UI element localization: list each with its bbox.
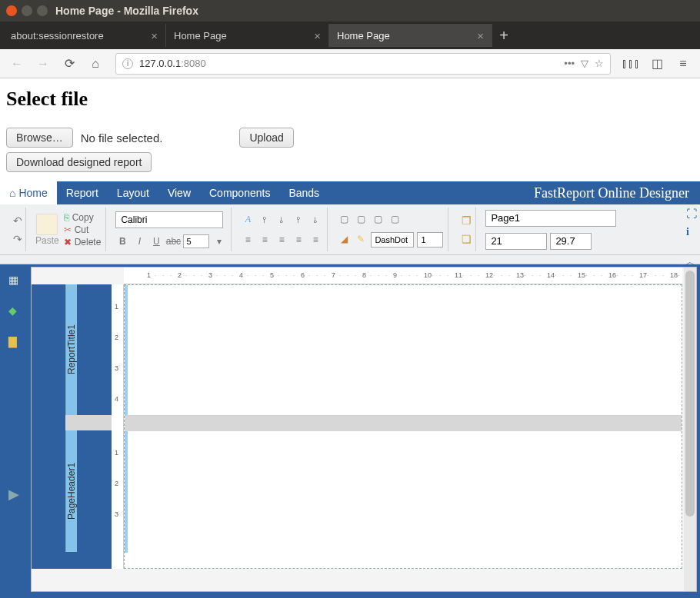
url-bar[interactable]: i 127.0.0.1:8080 ••• ▽ ☆ xyxy=(115,53,611,75)
designer-toolbar: ↶ ↷ Paste ⎘Copy ✂Cut ✖Delete B I U abc ▾… xyxy=(0,204,700,255)
align-top-icon[interactable]: ⫯ xyxy=(258,213,272,227)
italic-icon[interactable]: I xyxy=(132,234,146,248)
info-icon[interactable]: i xyxy=(686,226,697,238)
format-a-icon[interactable]: A xyxy=(241,213,255,227)
url-host: 127.0.0.1 xyxy=(139,58,181,69)
font-family-select[interactable] xyxy=(115,211,223,228)
design-canvas[interactable] xyxy=(124,284,682,569)
tab-close-icon[interactable]: × xyxy=(477,29,484,42)
home-icon[interactable]: ⌂ xyxy=(85,53,106,75)
designer-menu: ⌂Home Report Layout View Components Band… xyxy=(0,181,700,204)
align-bottom-icon[interactable]: ⫯ xyxy=(292,213,305,227)
border-3-icon[interactable]: ▢ xyxy=(371,212,385,226)
bookmark-icon[interactable]: ☆ xyxy=(595,58,604,69)
clipboard-icon xyxy=(36,214,58,235)
menu-icon[interactable]: ≡ xyxy=(672,53,694,75)
page-name-input[interactable] xyxy=(485,210,616,227)
browser-tab[interactable]: about:sessionrestore × xyxy=(3,24,166,47)
page-height-input[interactable] xyxy=(550,233,592,250)
file-status: No file selected. xyxy=(81,131,163,145)
tab-label: about:sessionrestore xyxy=(11,30,104,42)
page-heading: Select file xyxy=(6,88,694,111)
tab-label: Home Page xyxy=(174,30,227,42)
delete-icon: ✖ xyxy=(64,237,72,248)
paste-button[interactable]: Paste xyxy=(35,214,59,246)
canvas-band-header[interactable] xyxy=(125,431,682,553)
page-width-input[interactable] xyxy=(485,233,547,250)
undo-icon[interactable]: ↶ xyxy=(9,212,26,229)
delete-button[interactable]: ✖Delete xyxy=(64,237,102,248)
designer-surface: ▦ ◆ ▇ ▶ 1···2···3···4···5···6···7···8···… xyxy=(0,264,700,592)
pocket-icon[interactable]: ▽ xyxy=(581,58,588,69)
fill-icon[interactable]: ◢ xyxy=(337,232,351,246)
menu-home[interactable]: ⌂Home xyxy=(0,181,57,204)
menu-components[interactable]: Components xyxy=(200,181,279,204)
cut-button[interactable]: ✂Cut xyxy=(64,224,102,235)
layer-back-icon[interactable]: ❏ xyxy=(458,231,475,248)
page-actions-icon[interactable]: ••• xyxy=(564,58,575,69)
scissors-icon: ✂ xyxy=(64,224,72,235)
line-width-select[interactable] xyxy=(417,232,443,248)
band-gap xyxy=(65,415,112,430)
browser-tab-active[interactable]: Home Page × xyxy=(329,24,492,47)
window-titlebar: Home Page - Mozilla Firefox xyxy=(0,0,700,22)
line-style-select[interactable] xyxy=(371,232,414,248)
site-info-icon[interactable]: i xyxy=(122,58,133,69)
window-close-icon[interactable] xyxy=(6,5,17,16)
library-icon[interactable]: ⫿⫿⫿ xyxy=(620,53,642,75)
window-maximize-icon[interactable] xyxy=(37,5,48,16)
horizontal-ruler: 1···2···3···4···5···6···7···8···9···10··… xyxy=(124,267,682,284)
forward-icon[interactable]: → xyxy=(32,53,54,75)
chevron-down-icon[interactable]: ▾ xyxy=(212,234,226,248)
fullscreen-icon[interactable]: ⛶ xyxy=(686,208,697,220)
border-2-icon[interactable]: ▢ xyxy=(354,212,368,226)
tab-close-icon[interactable]: × xyxy=(151,29,158,42)
menu-report[interactable]: Report xyxy=(57,181,108,204)
layer-front-icon[interactable]: ❐ xyxy=(458,212,475,229)
menu-bands[interactable]: Bands xyxy=(279,181,328,204)
band-reporttitle[interactable]: ReportTitle1 xyxy=(65,284,77,415)
copy-button[interactable]: ⎘Copy xyxy=(64,212,102,223)
upload-button[interactable]: Upload xyxy=(239,128,293,148)
scrollbar-thumb[interactable] xyxy=(685,271,695,517)
window-minimize-icon[interactable] xyxy=(22,5,32,16)
bold-icon[interactable]: B xyxy=(115,234,129,248)
tab-close-icon[interactable]: × xyxy=(314,29,321,42)
align-right-icon[interactable]: ≡ xyxy=(275,233,288,247)
vertical-scrollbar[interactable] xyxy=(684,267,696,591)
sidebar-icon[interactable]: ◫ xyxy=(646,53,668,75)
tool-green-icon[interactable]: ◆ xyxy=(8,304,22,318)
play-icon[interactable]: ▶ xyxy=(8,486,22,500)
strike-icon[interactable]: abc xyxy=(166,234,180,248)
border-1-icon[interactable]: ▢ xyxy=(337,212,351,226)
highlight-icon[interactable]: ✎ xyxy=(354,232,368,246)
back-icon[interactable]: ← xyxy=(6,53,28,75)
align-center-icon[interactable]: ≡ xyxy=(258,233,272,247)
tool-note-icon[interactable]: ▇ xyxy=(8,335,22,349)
tool-grid-icon[interactable]: ▦ xyxy=(8,274,22,287)
browser-tab[interactable]: Home Page × xyxy=(166,24,329,47)
new-tab-button[interactable]: + xyxy=(492,27,515,45)
align-justify-icon[interactable]: ≡ xyxy=(292,233,305,247)
left-toolbox: ▦ ◆ ▇ ▶ xyxy=(0,264,31,592)
download-report-button[interactable]: Download designed report xyxy=(6,152,152,172)
band-labels-column: ReportTitle1 PageHeader1 xyxy=(32,284,112,569)
underline-icon[interactable]: U xyxy=(149,234,163,248)
canvas-gap xyxy=(125,416,682,431)
reload-icon[interactable]: ⟳ xyxy=(58,53,80,75)
align-left-icon[interactable]: ≡ xyxy=(241,233,255,247)
align-extra-icon[interactable]: ≡ xyxy=(308,233,322,247)
menu-layout[interactable]: Layout xyxy=(108,181,158,204)
redo-icon[interactable]: ↷ xyxy=(9,231,26,248)
canvas-band-title[interactable] xyxy=(125,285,682,416)
band-pageheader[interactable]: PageHeader1 xyxy=(65,430,77,552)
font-size-input[interactable] xyxy=(183,234,209,248)
page-body: Select file Browse… No file selected. Up… xyxy=(0,78,700,181)
align-v4-icon[interactable]: ⫰ xyxy=(308,213,322,227)
align-middle-icon[interactable]: ⫰ xyxy=(275,213,288,227)
browse-button[interactable]: Browse… xyxy=(6,128,73,148)
menu-view[interactable]: View xyxy=(158,181,200,204)
border-4-icon[interactable]: ▢ xyxy=(388,212,402,226)
window-title: Home Page - Mozilla Firefox xyxy=(55,5,198,17)
browser-navbar: ← → ⟳ ⌂ i 127.0.0.1:8080 ••• ▽ ☆ ⫿⫿⫿ ◫ ≡ xyxy=(0,49,700,78)
